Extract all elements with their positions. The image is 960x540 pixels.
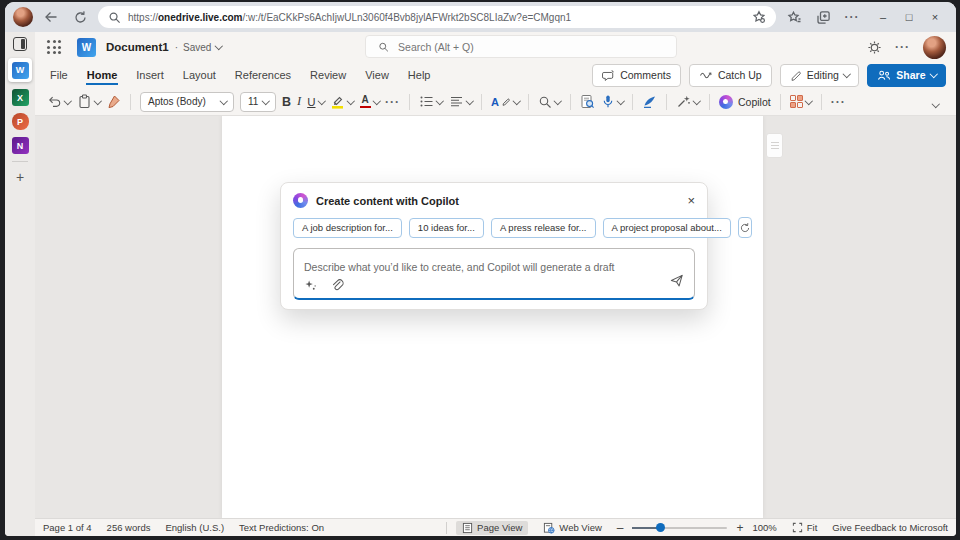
browser-menu-icon[interactable]: ···: [841, 6, 863, 28]
suggestion-chip[interactable]: A press release for...: [491, 218, 596, 238]
font-name-select[interactable]: Aptos (Body): [140, 92, 234, 112]
tab-file[interactable]: File: [49, 65, 69, 85]
more-font-options-icon[interactable]: ···: [385, 95, 400, 109]
copilot-dialog-header: Create content with Copilot ×: [293, 193, 695, 208]
document-title[interactable]: Document1: [106, 41, 169, 53]
minimize-button[interactable]: –: [870, 2, 896, 32]
tab-review[interactable]: Review: [309, 65, 347, 85]
m365-app-icon[interactable]: [13, 37, 27, 51]
chevron-down-icon: [261, 97, 269, 105]
undo-button[interactable]: [47, 94, 71, 109]
close-button[interactable]: ×: [922, 2, 948, 32]
auto-format-button[interactable]: [676, 94, 700, 109]
onenote-icon[interactable]: N: [12, 137, 29, 154]
highlight-button[interactable]: [330, 94, 354, 109]
margin-note-handle[interactable]: [766, 133, 783, 158]
suggestion-chip[interactable]: 10 ideas for...: [409, 218, 484, 238]
styles-button[interactable]: A: [491, 96, 519, 108]
collapse-ribbon-button[interactable]: [933, 93, 945, 111]
tab-layout[interactable]: Layout: [182, 65, 217, 85]
status-bar: Page 1 of 4 256 words English (U.S.) Tex…: [35, 518, 956, 536]
back-icon[interactable]: [40, 6, 62, 28]
add-app-icon[interactable]: +: [16, 169, 24, 185]
catch-up-button[interactable]: Catch Up: [689, 64, 772, 87]
page-view-icon: [462, 522, 473, 534]
share-button[interactable]: Share: [867, 64, 946, 87]
format-painter-icon: [106, 94, 121, 109]
prompt-placeholder: Describe what you’d like to create, and …: [304, 261, 615, 273]
copilot-prompt-input[interactable]: Describe what you’d like to create, and …: [293, 248, 695, 300]
fit-button[interactable]: Fit: [786, 521, 824, 534]
header-more-icon[interactable]: ···: [895, 40, 910, 54]
underline-button[interactable]: U: [307, 96, 324, 108]
alignment-button[interactable]: [449, 94, 473, 109]
settings-gear-icon[interactable]: [867, 40, 882, 55]
find-button[interactable]: [538, 95, 561, 109]
sparkle-icon[interactable]: [304, 279, 317, 292]
app-launcher-icon[interactable]: [47, 40, 61, 54]
bullet-list-icon: [419, 94, 434, 109]
zoom-slider[interactable]: [632, 527, 727, 529]
addins-button[interactable]: [790, 95, 812, 109]
editing-mode-button[interactable]: Editing: [780, 64, 860, 87]
tab-insert[interactable]: Insert: [135, 65, 165, 85]
status-page-count[interactable]: Page 1 of 4: [43, 522, 92, 533]
zoom-slider-thumb[interactable]: [656, 523, 665, 532]
search-box[interactable]: [365, 35, 677, 58]
rail-divider: [12, 161, 28, 162]
attach-paperclip-icon[interactable]: [330, 278, 344, 292]
suggestion-chip[interactable]: A project proposal about...: [603, 218, 731, 238]
page-view-toggle[interactable]: Page View: [456, 521, 528, 535]
copilot-button[interactable]: Copilot: [719, 95, 771, 109]
account-avatar[interactable]: [923, 36, 946, 59]
save-status[interactable]: ·Saved: [175, 42, 222, 53]
status-language[interactable]: English (U.S.): [165, 522, 224, 533]
suggestion-chip[interactable]: A job description for...: [293, 218, 402, 238]
toolbar-overflow-icon[interactable]: ···: [831, 95, 846, 109]
editor-button[interactable]: [642, 94, 657, 109]
tab-home[interactable]: Home: [86, 65, 119, 85]
fit-to-page-icon: [792, 522, 803, 533]
refresh-suggestions-button[interactable]: [738, 217, 752, 238]
rail-item-word[interactable]: W: [8, 58, 32, 82]
tab-references[interactable]: References: [234, 65, 292, 85]
web-view-toggle[interactable]: Web View: [537, 521, 607, 535]
favorites-bar-icon[interactable]: [783, 6, 805, 28]
zoom-in-button[interactable]: +: [736, 521, 743, 535]
document-canvas: Create content with Copilot × A job desc…: [35, 116, 956, 518]
feedback-link[interactable]: Give Feedback to Microsoft: [832, 522, 948, 533]
word-header: W Document1 ·Saved ···: [35, 32, 956, 62]
send-prompt-button[interactable]: [669, 273, 684, 292]
zoom-out-button[interactable]: –: [617, 521, 624, 535]
window-controls: – □ ×: [870, 2, 948, 32]
powerpoint-icon[interactable]: P: [12, 113, 29, 130]
maximize-button[interactable]: □: [896, 2, 922, 32]
search-document-button[interactable]: [580, 94, 595, 109]
status-text-predictions[interactable]: Text Predictions: On: [239, 522, 324, 533]
browser-toolbar: https://onedrive.live.com/:w:/t/EaCKkPs6…: [5, 2, 956, 32]
ribbon-tabs: File Home Insert Layout References Revie…: [35, 62, 956, 88]
font-size-select[interactable]: 11: [240, 92, 276, 112]
bold-button[interactable]: B: [282, 95, 291, 109]
chevron-down-icon: [436, 97, 444, 105]
dialog-close-icon[interactable]: ×: [687, 194, 695, 207]
italic-button[interactable]: I: [297, 94, 301, 109]
collections-icon[interactable]: [812, 6, 834, 28]
tab-view[interactable]: View: [364, 65, 390, 85]
bullet-list-button[interactable]: [419, 94, 443, 109]
refresh-icon[interactable]: [69, 6, 91, 28]
comments-button[interactable]: Comments: [592, 64, 681, 87]
address-bar[interactable]: https://onedrive.live.com/:w:/t/EaCKkPs6…: [98, 6, 776, 28]
zoom-level[interactable]: 100%: [752, 522, 776, 533]
browser-profile-avatar[interactable]: [13, 7, 33, 27]
document-page[interactable]: [222, 116, 763, 518]
search-input[interactable]: [396, 40, 664, 54]
dictate-button[interactable]: [601, 94, 624, 109]
tab-help[interactable]: Help: [407, 65, 432, 85]
status-word-count[interactable]: 256 words: [107, 522, 151, 533]
format-painter-button[interactable]: [106, 94, 121, 109]
paste-button[interactable]: [77, 94, 101, 109]
favorite-star-icon[interactable]: [752, 10, 766, 24]
excel-icon[interactable]: X: [12, 89, 29, 106]
font-color-button[interactable]: A: [360, 95, 380, 109]
